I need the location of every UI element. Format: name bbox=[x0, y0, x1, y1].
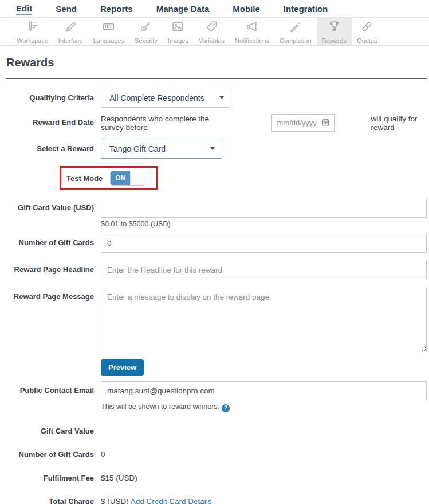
tab-label: Images bbox=[168, 37, 188, 44]
summary-number-of-gift-cards: 0 bbox=[101, 450, 105, 459]
reward-page-headline-label: Reward Page Headline bbox=[6, 261, 101, 274]
page-title: Rewards bbox=[6, 56, 427, 69]
preview-button[interactable]: Preview bbox=[101, 359, 144, 376]
nav-reports[interactable]: Reports bbox=[100, 2, 133, 15]
reward-end-date-label: Reward End Date bbox=[6, 113, 101, 127]
qualifying-criteria-row: Qualifying Criteria All Complete Respond… bbox=[6, 88, 427, 108]
top-navigation: Edit Send Reports Manage Data Mobile Int… bbox=[0, 0, 429, 18]
completion-wand-icon bbox=[288, 19, 302, 36]
tab-variables[interactable]: Variables bbox=[194, 18, 230, 45]
reward-end-date-field[interactable] bbox=[271, 114, 335, 132]
qualifying-criteria-select[interactable]: All Complete Respondents bbox=[101, 88, 230, 108]
reward-end-date-suffix: will qualify for reward bbox=[371, 115, 427, 132]
number-of-gift-cards-label: Number of Gift Cards bbox=[6, 234, 101, 247]
reward-page-headline-row: Reward Page Headline bbox=[6, 261, 427, 279]
tab-label: Rewards bbox=[322, 37, 347, 44]
tab-label: Variables bbox=[199, 37, 225, 44]
summary-number-of-gift-cards-label: Number of Gift Cards bbox=[6, 450, 101, 459]
help-question-icon[interactable]: ? bbox=[222, 404, 230, 412]
nav-integration[interactable]: Integration bbox=[284, 2, 328, 15]
helper-text: This will be shown to reward winners. bbox=[101, 403, 219, 411]
nav-send[interactable]: Send bbox=[56, 2, 77, 15]
fulfilment-fee-row: Fulfilment Fee $15 (USD) bbox=[6, 474, 427, 483]
select-reward-select[interactable]: Tango Gift Card bbox=[101, 139, 221, 159]
number-of-gift-cards-input[interactable] bbox=[101, 234, 427, 253]
gift-card-value-label: Gift Card Value (USD) bbox=[6, 199, 101, 212]
images-picture-icon bbox=[171, 19, 185, 36]
select-reward-label: Select a Reward bbox=[6, 139, 101, 153]
total-charge-label: Total Charge bbox=[6, 497, 101, 504]
public-contact-email-input[interactable] bbox=[101, 381, 427, 400]
interface-pen-icon bbox=[64, 19, 78, 36]
tab-interface[interactable]: Interface bbox=[53, 18, 88, 45]
tab-images[interactable]: Images bbox=[163, 18, 194, 45]
number-of-gift-cards-row: Number of Gift Cards bbox=[6, 234, 427, 253]
tab-label: Security bbox=[135, 37, 158, 44]
tab-label: Workspace bbox=[17, 37, 48, 44]
tab-label: Notifications bbox=[235, 37, 269, 44]
public-contact-email-label: Public Contact Email bbox=[6, 381, 101, 395]
title-divider bbox=[6, 78, 427, 79]
public-contact-email-row: Public Contact Email This will be shown … bbox=[6, 381, 427, 412]
total-charge-value: $ (USD) Add Credit Card Details bbox=[101, 497, 212, 504]
test-mode-highlight-box: Test Mode ON bbox=[60, 166, 158, 190]
chevron-down-icon bbox=[210, 147, 215, 150]
tab-security[interactable]: Security bbox=[129, 18, 163, 45]
nav-mobile[interactable]: Mobile bbox=[233, 2, 260, 15]
gift-card-value-input[interactable] bbox=[101, 199, 427, 218]
nav-edit[interactable]: Edit bbox=[16, 2, 32, 15]
toggle-knob[interactable] bbox=[130, 171, 145, 185]
settings-tab-bar: Workspace Interface Languages Security I… bbox=[0, 18, 429, 46]
nav-manage-data[interactable]: Manage Data bbox=[156, 2, 210, 15]
total-charge-row: Total Charge $ (USD) Add Credit Card Det… bbox=[6, 497, 427, 504]
tab-quotas[interactable]: Quotas bbox=[352, 18, 382, 45]
notifications-megaphone-icon bbox=[245, 19, 259, 36]
select-reward-value: Tango Gift Card bbox=[109, 144, 166, 153]
quotas-links-icon bbox=[360, 19, 374, 36]
public-contact-email-helper: This will be shown to reward winners.? bbox=[101, 403, 427, 412]
tab-label: Languages bbox=[93, 37, 124, 44]
reward-page-message-label: Reward Page Message bbox=[6, 288, 101, 301]
test-mode-row: Test Mode ON bbox=[6, 166, 427, 190]
tab-label: Quotas bbox=[357, 37, 377, 44]
fulfilment-fee-value: $15 (USD) bbox=[101, 474, 137, 482]
gift-card-value-helper: $0.01 to $5000 (USD) bbox=[101, 220, 427, 228]
select-reward-row: Select a Reward Tango Gift Card bbox=[6, 139, 427, 159]
total-charge-amount: $ (USD) bbox=[101, 497, 129, 504]
chevron-down-icon bbox=[219, 96, 224, 99]
tab-notifications[interactable]: Notifications bbox=[230, 18, 274, 45]
toggle-on-label: ON bbox=[111, 171, 130, 185]
reward-page-headline-input[interactable] bbox=[101, 261, 427, 279]
rewards-trophy-icon bbox=[327, 19, 341, 36]
rewards-settings-panel: Rewards Qualifying Criteria All Complete… bbox=[0, 46, 429, 504]
calendar-icon[interactable] bbox=[321, 118, 330, 128]
qualifying-criteria-label: Qualifying Criteria bbox=[6, 88, 101, 103]
workspace-pencil-icon bbox=[25, 19, 40, 36]
tab-languages[interactable]: Languages bbox=[88, 18, 129, 45]
preview-row: Preview bbox=[101, 359, 427, 376]
summary-gift-card-value-label: Gift Card Value bbox=[6, 427, 101, 436]
tab-rewards[interactable]: Rewards bbox=[317, 18, 352, 45]
qualifying-criteria-value: All Complete Respondents bbox=[109, 93, 204, 103]
reward-page-message-textarea[interactable] bbox=[101, 288, 427, 352]
test-mode-toggle[interactable]: ON bbox=[110, 171, 145, 186]
tab-label: Interface bbox=[58, 37, 83, 44]
tab-workspace[interactable]: Workspace bbox=[11, 18, 53, 45]
reward-page-message-row: Reward Page Message bbox=[6, 288, 427, 355]
reward-end-date-prefix: Respondents who complete the survey befo… bbox=[101, 115, 222, 132]
add-credit-card-link[interactable]: Add Credit Card Details bbox=[131, 497, 212, 504]
languages-keyboard-icon bbox=[101, 19, 116, 36]
security-key-icon bbox=[139, 19, 153, 36]
reward-end-date-input[interactable] bbox=[277, 119, 321, 127]
tab-label: Completion bbox=[280, 37, 312, 44]
gift-card-value-row: Gift Card Value (USD) $0.01 to $5000 (US… bbox=[6, 199, 427, 228]
summary-gift-card-value-row: Gift Card Value bbox=[6, 427, 427, 436]
reward-end-date-row: Reward End Date Respondents who complete… bbox=[6, 113, 427, 132]
summary-number-of-gift-cards-row: Number of Gift Cards 0 bbox=[6, 450, 427, 459]
variables-tag-icon bbox=[204, 19, 219, 36]
fulfilment-fee-label: Fulfilment Fee bbox=[6, 474, 101, 483]
tab-completion[interactable]: Completion bbox=[274, 18, 317, 45]
test-mode-label: Test Mode bbox=[66, 174, 103, 183]
